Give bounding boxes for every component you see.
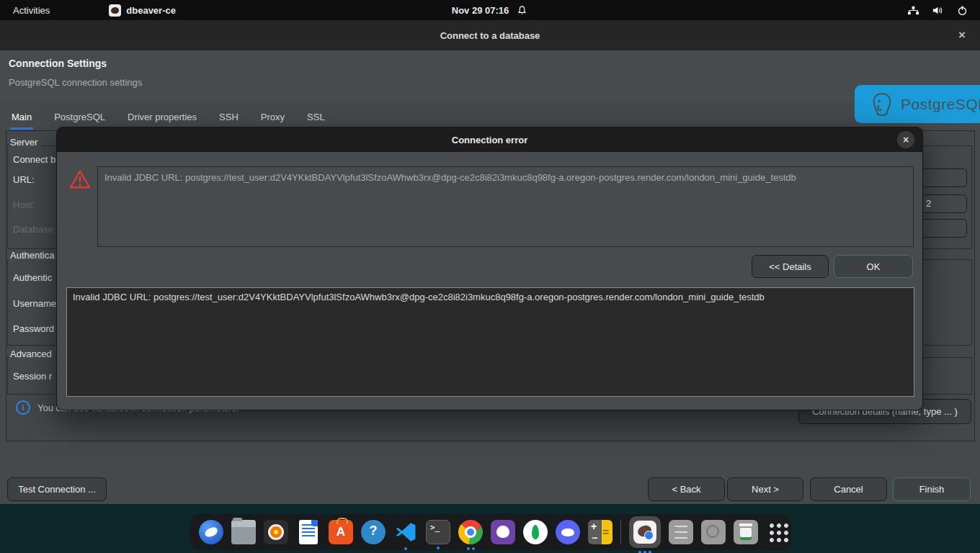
- error-details-textarea[interactable]: Invalid JDBC URL: postgres://test_user:d…: [66, 287, 914, 397]
- calculator-icon[interactable]: −: [588, 520, 612, 544]
- back-button[interactable]: < Back: [648, 477, 725, 501]
- github-desktop-icon[interactable]: [491, 520, 515, 544]
- page-subtitle: PostgreSQL connection settings: [9, 77, 142, 88]
- dock-separator: [620, 520, 621, 544]
- rhythmbox-icon[interactable]: [264, 520, 288, 544]
- connection-error-dialog: Connection error × Invalid JDBC URL: pos…: [56, 127, 923, 410]
- vscode-icon[interactable]: [393, 520, 418, 544]
- advanced-group-label: Advanced: [9, 349, 55, 359]
- disk-icon[interactable]: [701, 520, 726, 544]
- postgresql-logo: PostgreSQL: [855, 85, 980, 123]
- discord-icon[interactable]: [556, 520, 580, 544]
- cancel-button[interactable]: Cancel: [810, 477, 887, 501]
- wizard-header: Connection Settings PostgreSQL connectio…: [0, 50, 980, 101]
- running-indicator: [427, 547, 450, 549]
- database-label: Database: [13, 224, 53, 235]
- help-icon[interactable]: [361, 520, 386, 544]
- password-label: Password: [13, 323, 54, 334]
- info-icon: i: [16, 400, 30, 415]
- finish-button[interactable]: Finish: [893, 477, 971, 501]
- port-value-fragment: 2: [926, 198, 931, 209]
- libreoffice-writer-icon[interactable]: [299, 520, 318, 544]
- tab-main[interactable]: Main: [10, 108, 33, 130]
- running-indicator: [458, 547, 483, 550]
- postgresql-logo-text: PostgreSQL: [901, 96, 980, 113]
- warning-icon: [68, 168, 92, 190]
- system-tray[interactable]: [907, 0, 968, 20]
- power-icon: [956, 5, 968, 16]
- ubuntu-software-icon[interactable]: [329, 520, 353, 544]
- mongodb-icon[interactable]: [523, 520, 548, 544]
- authentication-group-label: Authentica: [9, 250, 58, 261]
- thunderbird-icon[interactable]: [199, 520, 223, 544]
- activities-button[interactable]: Activities: [13, 5, 50, 16]
- window-title: Connect to a database: [440, 30, 540, 41]
- error-dialog-close-icon[interactable]: ×: [897, 131, 914, 148]
- dbeaver-glyph: [633, 521, 656, 544]
- focused-app-indicator[interactable]: dbeaver-ce: [109, 4, 176, 17]
- authentication-label: Authentic: [13, 272, 52, 283]
- clock-text: Nov 29 07:16: [452, 5, 509, 16]
- next-button[interactable]: Next >: [727, 477, 803, 501]
- error-dialog-title-bar[interactable]: Connection error ×: [57, 127, 922, 152]
- session-role-label: Session r: [13, 371, 52, 382]
- dbeaver-icon[interactable]: [629, 516, 661, 548]
- dbeaver-app-icon: [109, 4, 121, 17]
- network-icon: [907, 5, 919, 16]
- details-toggle-button[interactable]: << Details: [752, 255, 829, 278]
- system-top-bar: Activities dbeaver-ce Nov 29 07:16: [0, 0, 980, 20]
- trash-icon[interactable]: [734, 520, 758, 544]
- url-label: URL:: [13, 174, 35, 185]
- window-title-bar[interactable]: Connect to a database ×: [0, 20, 980, 50]
- server-group-label: Server: [9, 137, 41, 148]
- running-indicator: [393, 547, 418, 550]
- focused-app-name: dbeaver-ce: [126, 5, 176, 16]
- dock: −: [190, 514, 791, 550]
- username-label: Username: [13, 298, 56, 309]
- app-grid-icon[interactable]: [766, 520, 790, 544]
- ok-button[interactable]: OK: [834, 255, 913, 278]
- test-connection-button[interactable]: Test Connection ...: [7, 477, 107, 501]
- terminal-icon[interactable]: [426, 520, 450, 544]
- host-label: Host:: [13, 199, 35, 210]
- drives-icon[interactable]: [669, 520, 693, 544]
- postgresql-elephant-icon: [868, 90, 896, 119]
- files-icon[interactable]: [231, 520, 256, 544]
- page-title: Connection Settings: [9, 58, 107, 69]
- volume-icon: [932, 5, 944, 16]
- window-close-icon[interactable]: ×: [954, 27, 970, 43]
- bell-icon: [516, 5, 528, 16]
- vscode-glyph: [393, 520, 418, 544]
- chrome-icon[interactable]: [458, 520, 483, 544]
- error-message-box: Invalid JDBC URL: postgres://test_user:d…: [97, 166, 914, 247]
- error-dialog-title: Connection error: [452, 135, 527, 145]
- connect-by-label: Connect b: [13, 154, 55, 165]
